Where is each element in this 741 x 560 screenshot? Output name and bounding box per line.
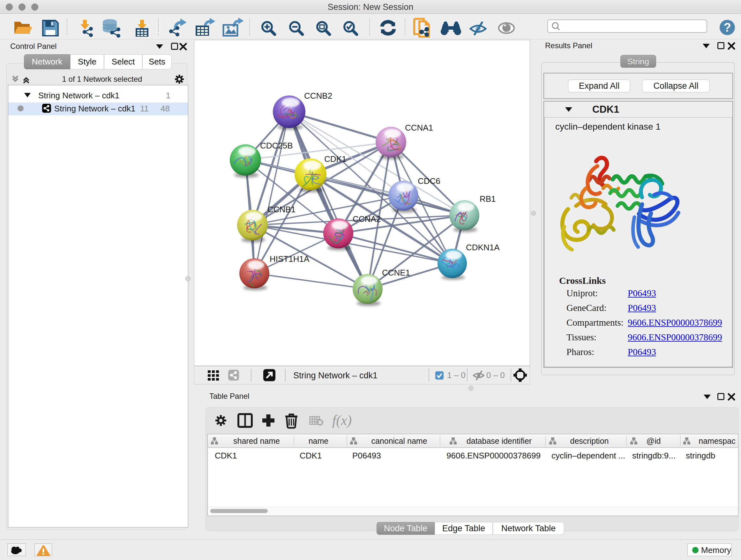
svg-text:P06493: P06493 bbox=[352, 451, 381, 460]
svg-text:CCNA2: CCNA2 bbox=[353, 214, 381, 224]
svg-text:CDC25B: CDC25B bbox=[260, 141, 293, 150]
svg-text:HIST1H1A: HIST1H1A bbox=[270, 254, 310, 264]
svg-text:shared name: shared name bbox=[233, 436, 280, 445]
svg-text:CCNB1: CCNB1 bbox=[267, 205, 295, 214]
svg-text:CDC6: CDC6 bbox=[418, 176, 441, 186]
svg-text:stringdb:9...: stringdb:9... bbox=[632, 451, 676, 460]
svg-text:9606.ENSP00000378699: 9606.ENSP00000378699 bbox=[447, 451, 541, 460]
svg-text:CDK1: CDK1 bbox=[300, 451, 322, 460]
svg-text:description: description bbox=[570, 436, 609, 445]
svg-text:?: ? bbox=[724, 21, 731, 34]
svg-text:CDKN1A: CDKN1A bbox=[466, 243, 500, 252]
svg-text:f(x): f(x) bbox=[332, 413, 352, 428]
svg-text:cyclin–dependent ...: cyclin–dependent ... bbox=[551, 451, 625, 460]
svg-text:CDK1: CDK1 bbox=[215, 451, 237, 460]
svg-text:CCNB2: CCNB2 bbox=[304, 91, 332, 101]
svg-text:CDK1: CDK1 bbox=[324, 154, 346, 164]
svg-text:1 – 0: 1 – 0 bbox=[447, 370, 466, 380]
svg-text:RB1: RB1 bbox=[480, 194, 496, 204]
svg-text:stringdb: stringdb bbox=[686, 451, 716, 460]
svg-text:0 – 0: 0 – 0 bbox=[486, 370, 505, 380]
svg-text:CCNA1: CCNA1 bbox=[405, 123, 433, 132]
svg-text:namespac: namespac bbox=[698, 436, 735, 445]
svg-text:database identifier: database identifier bbox=[467, 436, 532, 445]
svg-text:CCNE1: CCNE1 bbox=[382, 268, 410, 277]
svg-text:String Network – cdk1: String Network – cdk1 bbox=[293, 371, 378, 380]
svg-text:canonical name: canonical name bbox=[371, 436, 427, 445]
svg-text:@id: @id bbox=[647, 436, 661, 445]
svg-text:name: name bbox=[309, 436, 329, 445]
